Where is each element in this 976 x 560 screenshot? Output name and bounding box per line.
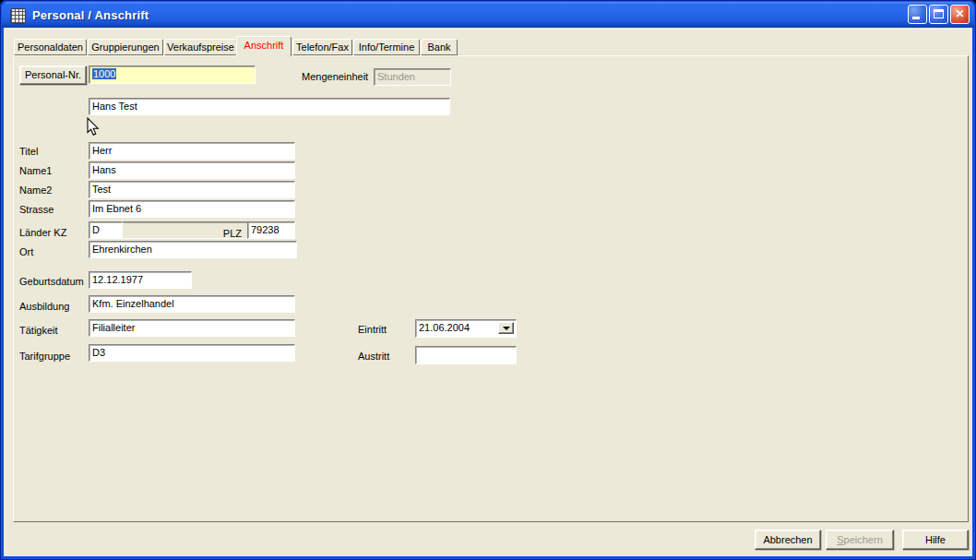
personal-nr-button[interactable]: Personal-Nr. [19, 66, 87, 85]
strasse-label: Strasse [19, 204, 54, 215]
hilfe-button[interactable]: Hilfe [902, 530, 969, 550]
name1-label: Name1 [19, 165, 52, 176]
name1-field[interactable]: Hans [89, 161, 295, 179]
titel-field[interactable]: Herr [89, 142, 295, 160]
taetigkeit-label: Tätigkeit [19, 325, 58, 336]
minimize-icon [912, 17, 920, 19]
chevron-down-icon [503, 327, 510, 330]
taetigkeit-field[interactable]: Filialleiter [89, 319, 295, 337]
speichern-button[interactable]: Speichern [826, 530, 894, 550]
abbrechen-button[interactable]: Abbrechen [755, 530, 821, 550]
laender-kz-label: Länder KZ [19, 227, 66, 238]
titel-label: Titel [19, 146, 38, 157]
minimize-button[interactable] [908, 5, 927, 24]
titlebar[interactable]: Personal / Anschrift [2, 2, 974, 28]
speichern-rest: peichern [844, 534, 883, 545]
eintritt-value: 21.06.2004 [419, 322, 470, 333]
eintritt-label: Eintritt [358, 324, 387, 335]
close-icon: ✕ [951, 6, 969, 23]
tab-anschrift[interactable]: Anschrift [236, 36, 292, 56]
ort-field[interactable]: Ehrenkirchen [89, 241, 297, 258]
austritt-label: Austritt [358, 351, 389, 362]
tab-gruppierungen[interactable]: Gruppierungen [88, 39, 163, 55]
screen: Personal / Anschrift ✕ Personaldaten Gru… [0, 0, 976, 560]
strasse-field[interactable]: Im Ebnet 6 [89, 200, 295, 218]
austritt-field[interactable] [415, 346, 517, 364]
tab-verkaufspreise[interactable]: Verkaufspreise [164, 39, 237, 55]
geburtsdatum-label: Geburtsdatum [19, 276, 84, 287]
tarifgruppe-field[interactable]: D3 [89, 344, 295, 362]
tab-telefon-fax[interactable]: Telefon/Fax [292, 39, 352, 55]
speichern-accel: S [837, 534, 843, 545]
personal-nr-field[interactable]: 1000 [89, 66, 256, 84]
anschrift-tab-panel [13, 55, 969, 522]
tarifgruppe-label: Tarifgruppe [19, 351, 70, 362]
maximize-button[interactable] [929, 5, 948, 24]
name2-label: Name2 [19, 185, 52, 196]
laender-kz-field[interactable]: D [89, 221, 123, 239]
ausbildung-field[interactable]: Kfm. Einzelhandel [89, 295, 295, 313]
tab-bank[interactable]: Bank [421, 39, 458, 55]
plz-field[interactable]: 79238 [247, 221, 295, 239]
eintritt-dropdown-button[interactable] [498, 322, 514, 334]
window-title: Personal / Anschrift [32, 8, 149, 22]
display-name-field[interactable]: Hans Test [89, 98, 450, 115]
app-window: Personal / Anschrift ✕ Personaldaten Gru… [0, 0, 976, 560]
mengeneinheit-label: Mengeneinheit [302, 71, 368, 82]
eintritt-combobox[interactable]: 21.06.2004 [415, 319, 517, 338]
name2-field[interactable]: Test [89, 181, 295, 198]
app-grid-icon [10, 8, 26, 24]
plz-label: PLZ [220, 228, 242, 239]
mouse-cursor-icon [87, 117, 101, 137]
selected-text: 1000 [92, 68, 116, 79]
close-button[interactable]: ✕ [950, 5, 970, 24]
mengeneinheit-field: Stunden [374, 68, 451, 86]
geburtsdatum-field[interactable]: 12.12.1977 [89, 271, 192, 289]
tab-info-termine[interactable]: Info/Termine [353, 39, 420, 55]
ort-label: Ort [19, 246, 33, 257]
ausbildung-label: Ausbildung [19, 301, 69, 312]
maximize-icon [934, 9, 944, 18]
tab-personaldaten[interactable]: Personaldaten [14, 39, 87, 55]
